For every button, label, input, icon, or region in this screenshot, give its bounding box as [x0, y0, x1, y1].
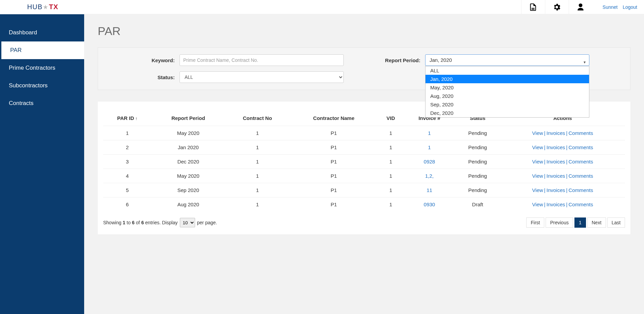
action-view[interactable]: View [532, 202, 543, 207]
logout-link[interactable]: Logout [623, 4, 637, 10]
action-invoices[interactable]: Invoices [547, 202, 565, 207]
action-invoices[interactable]: Invoices [547, 159, 565, 164]
action-invoices[interactable]: Invoices [547, 173, 565, 179]
user-icon[interactable] [569, 0, 592, 14]
document-icon[interactable] [521, 0, 545, 14]
col-vid[interactable]: VID [378, 112, 404, 126]
action-invoices[interactable]: Invoices [547, 130, 565, 136]
cell-invoice[interactable]: 1 [404, 126, 455, 140]
action-view[interactable]: View [532, 173, 543, 179]
action-comments[interactable]: Comments [568, 144, 593, 150]
filter-panel: Keyword: Status: ALL Report Period: Jan,… [98, 47, 630, 90]
period-option[interactable]: Sep, 2020 [425, 100, 589, 109]
action-view[interactable]: View [532, 130, 543, 136]
filter-keyword-row: Keyword: [139, 54, 344, 66]
cell-contract: 1 [225, 126, 290, 140]
action-invoices[interactable]: Invoices [547, 187, 565, 193]
logo-star-icon: ★ [43, 3, 49, 11]
col-contract-no[interactable]: Contract No [225, 112, 290, 126]
cell-contractor: P1 [290, 197, 378, 212]
per-page-suffix: per page. [197, 220, 217, 225]
period-option[interactable]: Aug, 2020 [425, 92, 589, 100]
user-link[interactable]: Sunnet [603, 4, 618, 10]
filter-period-row: Report Period: Jan, 2020 ALLJan, 2020May… [384, 54, 589, 66]
cell-invoice[interactable]: 1,2, [404, 169, 455, 183]
col-par-id[interactable]: PAR ID [103, 112, 152, 126]
topbar-icons [521, 0, 592, 14]
cell-invoice[interactable]: 1 [404, 140, 455, 155]
cell-actions: View|Invoices|Comments [500, 140, 625, 155]
cell-par-id: 6 [103, 197, 152, 212]
table-row: 1May 20201P111PendingView|Invoices|Comme… [103, 126, 625, 140]
per-page-select[interactable]: 10 [180, 218, 195, 227]
period-label: Report Period: [384, 57, 420, 63]
period-option[interactable]: May, 2020 [425, 83, 589, 92]
action-comments[interactable]: Comments [568, 173, 593, 179]
col-report-period[interactable]: Report Period [152, 112, 225, 126]
cell-period: Jan 2020 [152, 140, 225, 155]
sidebar-item-contracts[interactable]: Contracts [0, 94, 84, 112]
page-previous[interactable]: Previous [546, 217, 573, 228]
action-view[interactable]: View [532, 159, 543, 164]
cell-contract: 1 [225, 169, 290, 183]
showing-text: Showing 1 to 6 of 6 entries. Display [103, 220, 178, 225]
cell-contractor: P1 [290, 126, 378, 140]
logo-tx: TX [49, 3, 58, 11]
topbar: HUB ★ TX Sunnet Logout [0, 0, 644, 14]
cell-contractor: P1 [290, 183, 378, 197]
page-last[interactable]: Last [607, 217, 625, 228]
cell-period: May 2020 [152, 169, 225, 183]
cell-period: Dec 2020 [152, 155, 225, 169]
period-option[interactable]: Dec, 2020 [425, 109, 589, 117]
action-comments[interactable]: Comments [568, 130, 593, 136]
cell-vid: 1 [378, 155, 404, 169]
cell-vid: 1 [378, 140, 404, 155]
cell-period: Aug 2020 [152, 197, 225, 212]
cell-status: Pending [455, 169, 500, 183]
data-panel: PAR IDReport PeriodContract NoContractor… [98, 102, 630, 234]
status-select[interactable]: ALL [179, 71, 344, 83]
topbar-links: Sunnet Logout [603, 4, 637, 10]
page-next[interactable]: Next [587, 217, 606, 228]
action-view[interactable]: View [532, 187, 543, 193]
cell-contract: 1 [225, 140, 290, 155]
table-footer: Showing 1 to 6 of 6 entries. Display 10 … [103, 217, 625, 228]
cell-invoice[interactable]: 0928 [404, 155, 455, 169]
cell-actions: View|Invoices|Comments [500, 183, 625, 197]
cell-vid: 1 [378, 126, 404, 140]
sidebar-item-prime-contractors[interactable]: Prime Contractors [0, 59, 84, 77]
sidebar-item-subcontractors[interactable]: Subcontractors [0, 77, 84, 94]
cell-invoice[interactable]: 0930 [404, 197, 455, 212]
action-comments[interactable]: Comments [568, 202, 593, 207]
table-row: 2Jan 20201P111PendingView|Invoices|Comme… [103, 140, 625, 155]
period-select[interactable]: Jan, 2020 [425, 54, 589, 66]
action-view[interactable]: View [532, 144, 543, 150]
cell-contract: 1 [225, 183, 290, 197]
period-option[interactable]: Jan, 2020 [425, 75, 589, 83]
period-option[interactable]: ALL [425, 66, 589, 75]
action-comments[interactable]: Comments [568, 159, 593, 164]
main: PAR Keyword: Status: ALL Report Period: [84, 14, 644, 314]
period-dropdown: ALLJan, 2020May, 2020Aug, 2020Sep, 2020D… [425, 66, 589, 118]
table-row: 5Sep 20201P1111PendingView|Invoices|Comm… [103, 183, 625, 197]
page-title: PAR [98, 24, 630, 38]
cell-actions: View|Invoices|Comments [500, 169, 625, 183]
cell-invoice[interactable]: 11 [404, 183, 455, 197]
table-row: 4May 20201P111,2,PendingView|Invoices|Co… [103, 169, 625, 183]
cell-contract: 1 [225, 197, 290, 212]
gear-icon[interactable] [545, 0, 569, 14]
action-comments[interactable]: Comments [568, 187, 593, 193]
page-1[interactable]: 1 [574, 217, 586, 228]
sidebar: DashboardPARPrime ContractorsSubcontract… [0, 14, 84, 314]
action-invoices[interactable]: Invoices [547, 144, 565, 150]
sidebar-item-par[interactable]: PAR [0, 41, 84, 59]
keyword-input[interactable] [179, 54, 344, 66]
filter-col-right: Report Period: Jan, 2020 ALLJan, 2020May… [384, 54, 589, 83]
sidebar-item-dashboard[interactable]: Dashboard [0, 24, 84, 41]
cell-par-id: 1 [103, 126, 152, 140]
cell-period: May 2020 [152, 126, 225, 140]
cell-par-id: 5 [103, 183, 152, 197]
col-contractor-name[interactable]: Contractor Name [290, 112, 378, 126]
page-first[interactable]: First [526, 217, 544, 228]
table-row: 3Dec 20201P110928PendingView|Invoices|Co… [103, 155, 625, 169]
